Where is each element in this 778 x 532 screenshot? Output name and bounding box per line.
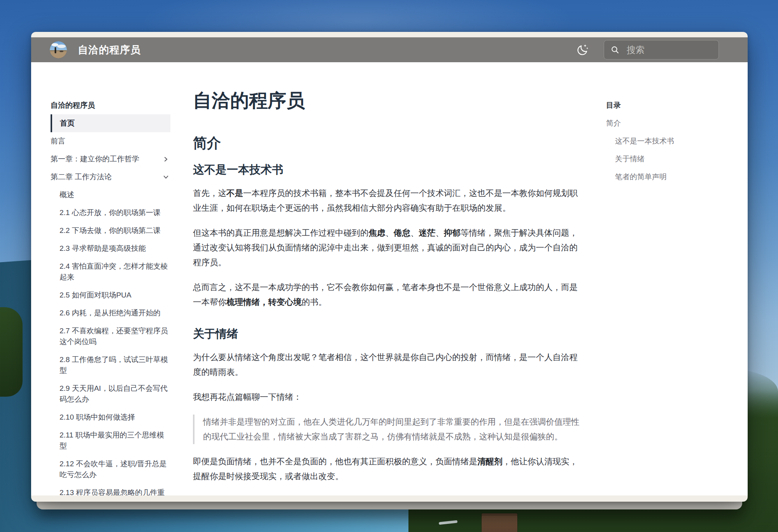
text-segment: 一本程序员的技术书籍，整本书不会提及任何一个技术词汇，这也不是一本教你如何规划职…	[193, 189, 578, 213]
sidebar-item[interactable]: 2.3 寻求帮助是项高级技能	[51, 240, 170, 257]
paragraph: 即便是负面情绪，也并不全是负面的，他也有其正面积极的意义，负面情绪是清醒剂，他让…	[193, 454, 586, 484]
search-icon	[610, 45, 620, 54]
text-segment: 我想再花点篇幅聊一下情绪：	[193, 392, 302, 402]
site-title: 自洽的程序员	[78, 43, 141, 57]
text-segment: 情绪并非是理智的对立面，他在人类进化几万年的时间里起到了非常重要的作用，但是在强…	[203, 417, 580, 441]
sidebar-item-label: 第二章 工作方法论	[51, 172, 160, 182]
sidebar-item-label: 2.7 不喜欢编程，还要坚守程序员这个岗位吗	[60, 326, 170, 347]
sidebar-item-label: 首页	[60, 118, 170, 129]
sidebar-item[interactable]: 第二章 工作方法论	[51, 168, 170, 186]
text-segment: 的书。	[302, 298, 327, 307]
sidebar-item-label: 2.8 工作倦怠了吗，试试三叶草模型	[60, 354, 170, 376]
sidebar-item[interactable]: 2.4 害怕直面冲突，怎样才能支棱起来	[51, 257, 170, 286]
sidebar-item-label: 2.4 害怕直面冲突，怎样才能支棱起来	[60, 261, 170, 283]
bold-text: 清醒剂	[477, 457, 503, 466]
docs-window: 自洽的程序员	[31, 32, 748, 502]
paragraph: 为什么要从情绪这个角度出发呢？笔者相信，这个世界就是你自己内心的投射，而情绪，是…	[193, 350, 586, 380]
sidebar-item-label: 2.9 天天用AI，以后自己不会写代码怎么办	[60, 383, 170, 405]
paragraph: 但这本书的真正用意是想解决工作过程中碰到的焦虑、倦怠、迷茫、抑郁等情绪，聚焦于解…	[193, 226, 586, 270]
text-segment: 首先，这	[193, 189, 226, 198]
sidebar-item[interactable]: 2.6 内耗，是从拒绝沟通开始的	[51, 304, 170, 322]
sidebar-item-label: 2.5 如何面对职场PUA	[60, 290, 170, 301]
subsection-heading: 关于情绪	[193, 327, 586, 340]
sidebar-item[interactable]: 2.1 心态开放，你的职场第一课	[51, 204, 170, 222]
dark-mode-toggle[interactable]	[576, 43, 590, 57]
sidebar-item-label: 2.10 职场中如何做选择	[60, 412, 170, 423]
navbar: 自洽的程序员	[31, 37, 748, 62]
toc-items: 简介这不是一本技术书关于情绪笔者的简单声明	[606, 114, 748, 186]
sidebar-item-label: 2.13 程序员容易最忽略的几件重要的事	[60, 487, 170, 495]
sidebar-item[interactable]: 2.11 职场中最实用的三个思维模型	[51, 426, 170, 455]
desktop-building	[482, 513, 517, 532]
sidebar-item[interactable]: 2.12 不会吹牛逼，述职/晋升总是吃亏怎么办	[51, 455, 170, 484]
text-segment: 、	[410, 228, 419, 238]
main-content: 自洽的程序员 简介这不是一本技术书首先，这不是一本程序员的技术书籍，整本书不会提…	[193, 62, 586, 495]
sidebar-item-label: 2.12 不会吹牛逼，述职/晋升总是吃亏怎么办	[60, 458, 170, 480]
sidebar-item[interactable]: 2.7 不喜欢编程，还要坚守程序员这个岗位吗	[51, 322, 170, 351]
paragraph: 首先，这不是一本程序员的技术书籍，整本书不会提及任何一个技术词汇，这也不是一本教…	[193, 186, 586, 215]
sidebar-item[interactable]: 2.2 下场去做，你的职场第二课	[51, 222, 170, 240]
toc-item[interactable]: 这不是一本技术书	[606, 132, 748, 150]
site-brand[interactable]: 自洽的程序员	[50, 41, 141, 58]
sidebar-item[interactable]: 前言	[51, 132, 170, 150]
sidebar-item-label: 2.6 内耗，是从拒绝沟通开始的	[60, 308, 170, 318]
section-heading: 简介	[193, 135, 586, 152]
text-segment: 即便是负面情绪，也并不全是负面的，他也有其正面积极的意义，负面情绪是	[193, 457, 477, 466]
page-body: 自洽的程序员 首页前言第一章：建立你的工作哲学第二章 工作方法论概述2.1 心态…	[31, 62, 748, 495]
sidebar-item-active[interactable]: 首页	[51, 114, 170, 132]
toc-item[interactable]: 笔者的简单声明	[606, 168, 748, 186]
sidebar-item[interactable]: 第一章：建立你的工作哲学	[51, 150, 170, 168]
sidebar-item[interactable]: 2.13 程序员容易最忽略的几件重要的事	[51, 484, 170, 495]
desktop-trees-left	[0, 307, 23, 397]
navbar-actions	[576, 40, 719, 60]
subsection-heading: 这不是一本技术书	[193, 163, 586, 176]
sidebar-item[interactable]: 2.8 工作倦怠了吗，试试三叶草模型	[51, 351, 170, 380]
bold-text: 焦虑	[369, 228, 385, 238]
toc-sidebar: 目录 简介这不是一本技术书关于情绪笔者的简单声明	[586, 62, 748, 495]
search-box[interactable]	[604, 40, 719, 60]
sidebar-item[interactable]: 概述	[51, 186, 170, 204]
toc-heading: 目录	[606, 96, 748, 114]
site-logo-avatar	[50, 41, 67, 58]
moon-icon	[576, 44, 589, 56]
chevron-right-icon	[163, 156, 169, 162]
sidebar-item-label: 概述	[60, 189, 170, 200]
text-segment: 、	[385, 228, 394, 238]
sidebar-item-label: 2.1 心态开放，你的职场第一课	[60, 207, 170, 218]
toc-item[interactable]: 关于情绪	[606, 150, 748, 168]
sidebar-item-label: 2.3 寻求帮助是项高级技能	[60, 243, 170, 254]
blockquote: 情绪并非是理智的对立面，他在人类进化几万年的时间里起到了非常重要的作用，但是在强…	[193, 415, 586, 444]
page-title: 自洽的程序员	[193, 90, 586, 111]
sidebar-item[interactable]: 2.5 如何面对职场PUA	[51, 286, 170, 304]
search-input[interactable]	[626, 44, 712, 56]
sidebar-item-label: 前言	[51, 136, 170, 147]
sidebar: 自洽的程序员 首页前言第一章：建立你的工作哲学第二章 工作方法论概述2.1 心态…	[31, 62, 174, 495]
content-blocks: 简介这不是一本技术书首先，这不是一本程序员的技术书籍，整本书不会提及任何一个技术…	[193, 135, 586, 484]
bold-text: 抑郁	[444, 228, 461, 238]
sidebar-item[interactable]: 2.10 职场中如何做选择	[51, 408, 170, 426]
paragraph: 我想再花点篇幅聊一下情绪：	[193, 390, 586, 404]
toc-item[interactable]: 简介	[606, 114, 748, 132]
text-segment: 为什么要从情绪这个角度出发呢？笔者相信，这个世界就是你自己内心的投射，而情绪，是…	[193, 353, 578, 377]
bold-text: 不是	[226, 189, 243, 198]
bold-text: 迷茫	[419, 228, 436, 238]
sidebar-section-title: 自洽的程序员	[51, 96, 170, 114]
text-segment: 、	[436, 228, 444, 238]
sidebar-item-label: 第一章：建立你的工作哲学	[51, 154, 160, 164]
text-segment: 但这本书的真正用意是想解决工作过程中碰到的	[193, 228, 369, 238]
sidebar-item-label: 2.11 职场中最实用的三个思维模型	[60, 430, 170, 452]
sidebar-items: 首页前言第一章：建立你的工作哲学第二章 工作方法论概述2.1 心态开放，你的职场…	[51, 114, 170, 495]
bold-text: 梳理情绪，转变心境	[226, 298, 302, 307]
chevron-down-icon	[163, 174, 169, 180]
paragraph: 总而言之，这不是一本成功学的书，它不会教你如何赢，笔者本身也不是一个世俗意义上成…	[193, 280, 586, 310]
sidebar-item[interactable]: 2.9 天天用AI，以后自己不会写代码怎么办	[51, 380, 170, 408]
bold-text: 倦怠	[394, 228, 410, 238]
sidebar-item-label: 2.2 下场去做，你的职场第二课	[60, 225, 170, 236]
